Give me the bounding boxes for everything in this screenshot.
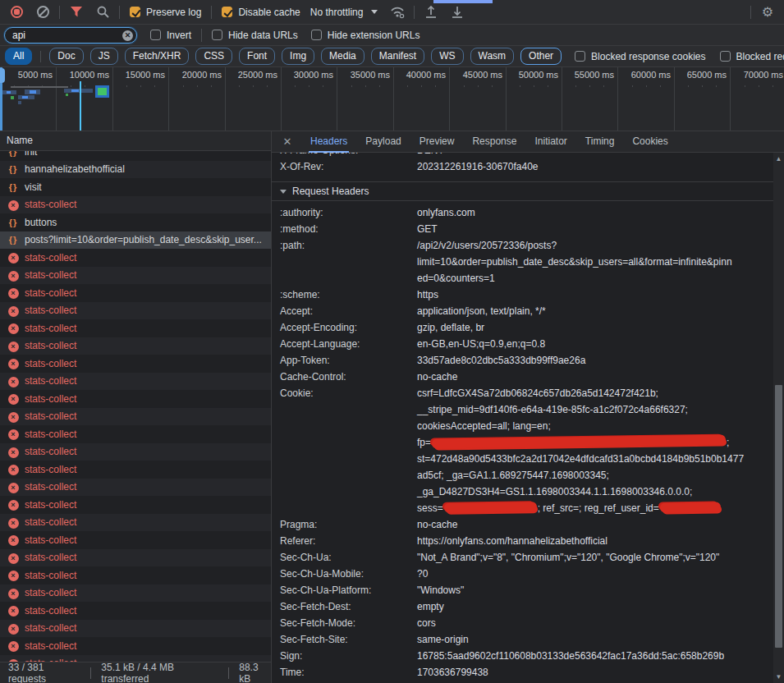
network-overview-timeline[interactable]: 5000 ms10000 ms15000 ms20000 ms25000 ms3… xyxy=(0,67,784,131)
filter-input[interactable] xyxy=(4,27,137,44)
filter-pill-font[interactable]: Font xyxy=(239,48,275,65)
request-row[interactable]: ×stats-collect xyxy=(0,496,271,514)
overview-left-handle-knob[interactable] xyxy=(0,68,5,83)
request-row[interactable]: ×stats-collect xyxy=(0,566,271,584)
request-row[interactable]: ×stats-collect xyxy=(0,196,271,214)
request-row[interactable]: {}buttons xyxy=(0,213,271,231)
request-row[interactable]: {}hannahelizabethofficial xyxy=(0,161,271,179)
tab-initiator[interactable]: Initiator xyxy=(533,131,568,153)
ruler-minor-tick xyxy=(140,85,141,87)
request-row[interactable]: ×stats-collect xyxy=(0,514,271,532)
filter-pill-js[interactable]: JS xyxy=(90,48,118,65)
request-name: stats-collect xyxy=(25,622,76,634)
blocked-request-icon: × xyxy=(7,251,20,264)
header-key: Sec-Ch-Ua-Platform: xyxy=(280,582,417,598)
header-value-text: cookiesAccepted=all; lang=en; xyxy=(417,420,551,432)
hide-extension-urls-checkbox[interactable]: Hide extension URLs xyxy=(311,30,420,41)
export-har-button[interactable] xyxy=(447,2,467,22)
request-row[interactable]: ×stats-collect xyxy=(0,355,271,373)
request-row[interactable]: {}visit xyxy=(0,178,271,196)
ruler-tick-label: 10000 ms xyxy=(70,70,109,80)
request-row[interactable]: ×stats-collect xyxy=(0,390,271,408)
header-value: GET xyxy=(417,221,438,237)
filter-pill-img[interactable]: Img xyxy=(282,48,314,65)
request-row[interactable]: ×stats-collect xyxy=(0,319,271,337)
tab-cookies[interactable]: Cookies xyxy=(630,131,669,153)
request-row[interactable]: ×stats-collect xyxy=(0,549,271,567)
tab-headers[interactable]: Headers xyxy=(309,131,349,153)
request-row[interactable]: ×stats-collect xyxy=(0,602,271,620)
request-name: stats-collect xyxy=(25,340,76,351)
filter-pill-fetch-xhr[interactable]: Fetch/XHR xyxy=(125,48,190,65)
request-name: stats-collect xyxy=(25,534,76,546)
filter-pill-other[interactable]: Other xyxy=(520,48,562,65)
filter-pill-media[interactable]: Media xyxy=(321,48,364,65)
blocked-response-cookies-checkbox[interactable]: Blocked response cookies xyxy=(575,51,705,62)
settings-button[interactable]: ⚙ xyxy=(758,2,777,22)
resource-type-filter-bar: AllDocJSFetch/XHRCSSFontImgMediaManifest… xyxy=(0,46,784,67)
record-button[interactable] xyxy=(7,2,26,22)
close-icon[interactable]: ✕ xyxy=(280,135,295,148)
clear-button[interactable] xyxy=(33,2,53,22)
ruler-minor-tick xyxy=(309,85,309,87)
request-row[interactable]: ×stats-collect xyxy=(0,425,271,443)
request-row[interactable]: ×stats-collect xyxy=(0,284,271,302)
request-row[interactable]: ×stats-collect xyxy=(0,479,271,497)
request-headers-section-header[interactable]: Request Headers xyxy=(272,181,773,201)
tab-preview[interactable]: Preview xyxy=(418,131,456,153)
filter-pill-wasm[interactable]: Wasm xyxy=(470,48,515,65)
details-scrollbar[interactable]: ▲ ▼ xyxy=(773,153,784,683)
scrollbar-thumb[interactable] xyxy=(775,385,782,648)
request-row[interactable]: ×stats-collect xyxy=(0,584,271,603)
scroll-up-icon[interactable]: ▲ xyxy=(773,154,784,164)
invert-checkbox[interactable]: Invert xyxy=(150,30,191,41)
search-button[interactable] xyxy=(93,2,112,22)
blocked-request-icon: × xyxy=(7,340,20,352)
filter-pill-ws[interactable]: WS xyxy=(431,48,463,65)
filter-toggle-button[interactable] xyxy=(66,2,86,22)
tab-payload[interactable]: Payload xyxy=(364,131,402,153)
import-har-button[interactable] xyxy=(421,2,441,22)
disable-cache-checkbox[interactable]: Disable cache xyxy=(222,7,300,18)
blocked-requests-checkbox[interactable]: Blocked requests xyxy=(720,51,784,62)
filter-pill-doc[interactable]: Doc xyxy=(49,48,83,65)
filter-pill-manifest[interactable]: Manifest xyxy=(371,48,424,65)
request-row[interactable]: ×stats-collect xyxy=(0,443,271,461)
ruler-minor-tick xyxy=(295,85,296,87)
request-row[interactable]: ×stats-collect xyxy=(0,337,271,355)
tab-response[interactable]: Response xyxy=(470,131,518,153)
request-row[interactable]: {}init xyxy=(0,151,271,161)
hide-data-urls-checkbox[interactable]: Hide data URLs xyxy=(212,30,298,41)
header-key: X-Of-Rev: xyxy=(280,158,417,175)
request-row[interactable]: ×stats-collect xyxy=(0,373,271,391)
throttling-select[interactable]: No throttling xyxy=(310,7,378,18)
request-row[interactable]: {}posts?limit=10&order=publish_date_desc… xyxy=(0,231,271,250)
network-conditions-button[interactable] xyxy=(387,2,407,22)
blocked-request-icon: × xyxy=(7,498,20,511)
request-details-panel: ✕ HeadersPayloadPreviewResponseInitiator… xyxy=(271,131,784,683)
request-row[interactable]: ×stats-collect xyxy=(0,620,271,638)
json-resource-icon: {} xyxy=(7,151,20,158)
name-column-header[interactable]: Name xyxy=(0,131,271,151)
scroll-down-icon[interactable]: ▼ xyxy=(773,672,784,682)
icon-glyph: {} xyxy=(9,235,18,245)
request-row[interactable]: ×stats-collect xyxy=(0,637,271,655)
filter-pill-css[interactable]: CSS xyxy=(195,48,232,65)
filter-pill-all[interactable]: All xyxy=(5,48,32,65)
request-row[interactable]: ×stats-collect xyxy=(0,461,271,479)
request-row[interactable]: ×stats-collect xyxy=(0,249,271,267)
header-key: Sec-Fetch-Mode: xyxy=(280,615,417,631)
preserve-log-checkbox[interactable]: Preserve log xyxy=(130,7,201,18)
tab-timing[interactable]: Timing xyxy=(584,131,617,153)
request-row[interactable]: ×stats-collect xyxy=(0,267,271,285)
header-value-line: application/json, text/plain, */* xyxy=(417,303,546,319)
request-row[interactable]: ×stats-collect xyxy=(0,531,271,549)
checkbox-icon xyxy=(222,7,232,17)
ruler-minor-tick xyxy=(520,85,520,87)
header-value-line: "Not_A Brand";v="8", "Chromium";v="120",… xyxy=(417,549,719,566)
header-row: :method:GET xyxy=(272,221,773,237)
request-row[interactable]: ×stats-collect xyxy=(0,408,271,426)
request-row[interactable]: ×stats-collect xyxy=(0,302,271,320)
icon-glyph: × xyxy=(8,271,19,282)
clear-filter-icon[interactable]: ✕ xyxy=(122,30,133,41)
